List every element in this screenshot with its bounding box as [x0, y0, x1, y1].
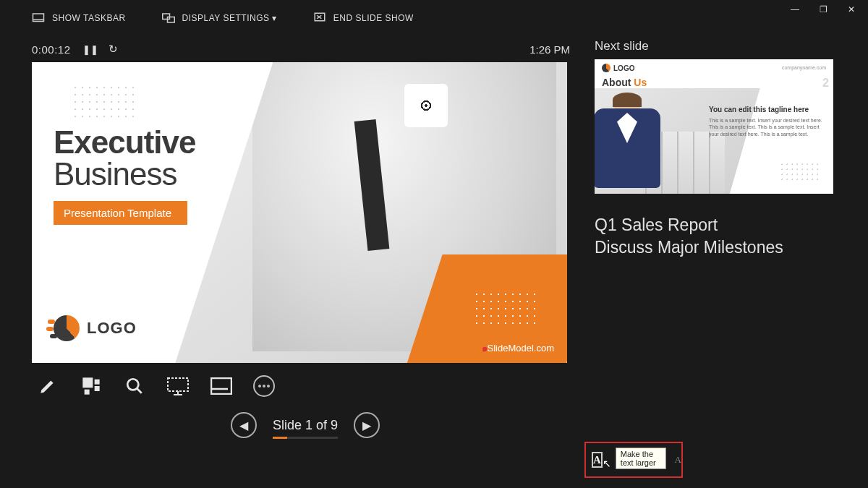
thumb-body: This is a sample text. Insert your desir… [709, 117, 827, 137]
note-line: Q1 Sales Report [595, 214, 856, 236]
note-line: Discuss Major Milestones [595, 236, 856, 259]
svg-point-11 [127, 379, 138, 390]
thumb-photo [595, 88, 760, 194]
elapsed-time: 0:00:12 [32, 43, 71, 56]
logo-mark-icon [602, 64, 610, 72]
svg-rect-9 [95, 386, 100, 391]
slide-counter: Slide 1 of 9 [273, 418, 338, 433]
svg-point-20 [267, 385, 270, 388]
next-slide-thumbnail[interactable]: LOGO companyname.com About Us 2 You can … [595, 59, 833, 194]
decrease-text-button[interactable]: A [675, 454, 681, 466]
display-settings-icon [162, 12, 175, 25]
svg-rect-16 [211, 378, 231, 394]
minimize-button[interactable]: — [791, 4, 799, 14]
display-settings-label: DISPLAY SETTINGS ▾ [182, 13, 277, 23]
restore-button[interactable]: ❐ [820, 4, 827, 14]
reset-timer-button[interactable]: ↻ [109, 43, 118, 56]
tooltip: Make the text larger [616, 448, 666, 469]
black-screen-button[interactable] [166, 374, 190, 398]
subtitles-button[interactable] [210, 374, 233, 398]
svg-rect-13 [168, 378, 188, 391]
decor-dots [780, 162, 819, 184]
current-slide[interactable]: Executive Business Presentation Template… [32, 62, 567, 363]
decor-dots [72, 84, 137, 120]
thumb-tagline: You can edit this tagline here [709, 106, 825, 114]
slide-title-line1: Executive [54, 124, 195, 160]
svg-point-18 [258, 385, 261, 388]
svg-rect-8 [95, 380, 100, 385]
show-taskbar-button[interactable]: SHOW TASKBAR [32, 12, 126, 25]
decor-dots-white [473, 291, 538, 327]
speaker-notes: Q1 Sales Report Discuss Major Milestones [595, 214, 856, 259]
cursor-icon: ↖ [603, 458, 611, 469]
more-options-button[interactable] [253, 375, 275, 397]
timer-bar: 0:00:12 ❚❚ ↻ 1:26 PM [32, 36, 579, 62]
thumb-logo: LOGO [602, 64, 634, 72]
close-button[interactable]: ✕ [848, 4, 855, 14]
next-slide-header: Next slide [595, 39, 856, 53]
slide-logo: LOGO [54, 315, 137, 341]
slide-title-line2: Business [54, 156, 177, 192]
next-slide-button[interactable]: ▶ [354, 412, 380, 438]
window-controls: — ❐ ✕ [791, 4, 855, 14]
thumb-company: companyname.com [782, 65, 826, 70]
logo-mark-icon [54, 315, 80, 341]
end-slideshow-label: END SLIDE SHOW [333, 13, 414, 23]
display-settings-button[interactable]: DISPLAY SETTINGS ▾ [162, 12, 277, 25]
svg-rect-10 [85, 390, 90, 395]
see-all-slides-button[interactable] [80, 374, 103, 398]
zoom-button[interactable] [123, 374, 146, 398]
svg-point-19 [263, 385, 265, 388]
end-slideshow-button[interactable]: END SLIDE SHOW [313, 12, 414, 25]
presenter-tools [32, 363, 579, 398]
text-size-controls: A ↖ Make the text larger A [584, 442, 683, 478]
slide-watermark: ๑SlideModel.com [482, 341, 555, 356]
prev-slide-button[interactable]: ◀ [231, 412, 257, 438]
pen-tool-button[interactable] [36, 374, 59, 398]
logo-text: LOGO [87, 319, 137, 338]
taskbar-icon [32, 12, 45, 25]
presenter-topbar: SHOW TASKBAR DISPLAY SETTINGS ▾ END SLID… [0, 0, 868, 36]
show-taskbar-label: SHOW TASKBAR [52, 13, 126, 23]
thumb-title: About Us [602, 77, 647, 88]
slide-nav: ◀ Slide 1 of 9 ▶ [32, 412, 579, 438]
slide-subtitle: Presentation Template [54, 201, 187, 225]
svg-line-12 [137, 388, 142, 393]
current-time: 1:26 PM [529, 43, 570, 56]
end-show-icon [313, 12, 326, 25]
pause-timer-button[interactable]: ❚❚ [82, 44, 98, 55]
svg-rect-7 [82, 377, 93, 388]
next-slide-panel: Next slide LOGO companyname.com About Us… [579, 36, 868, 481]
thumb-slide-number: 2 [822, 77, 829, 90]
increase-text-button[interactable]: A [592, 452, 603, 468]
presenter-main: 0:00:12 ❚❚ ↻ 1:26 PM Executive Business … [0, 36, 579, 481]
